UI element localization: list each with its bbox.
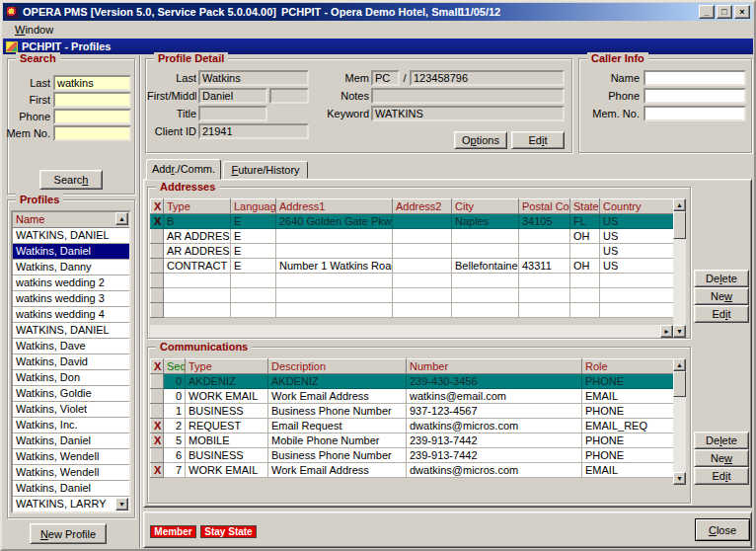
caller-phone-input[interactable] [643, 88, 746, 104]
cell-x [151, 274, 164, 288]
list-item[interactable]: Watkins, David [13, 354, 129, 370]
addresses-vscroll-thumb[interactable] [673, 211, 686, 239]
list-item[interactable]: watkins wedding 3 [13, 291, 129, 307]
scroll-down-icon[interactable]: ▼ [115, 498, 128, 511]
scroll-down-icon[interactable]: ▼ [673, 472, 686, 485]
member-lamp-button[interactable]: Member [150, 525, 196, 538]
tab-future-history[interactable]: Future/History [223, 161, 308, 179]
list-item[interactable]: Watkins, Wendell [13, 449, 129, 465]
table-header-row: XTypeLanguageAddress1Address2CityPostal … [151, 199, 674, 214]
new-profile-button[interactable]: New Profile [30, 523, 107, 544]
list-item[interactable]: watkins wedding 2 [13, 276, 129, 291]
list-item[interactable]: WATKINS, DANIEL [13, 228, 129, 244]
form-title: PCHPIT - Profiles [22, 40, 111, 52]
mem-type-field[interactable] [371, 70, 400, 86]
scroll-up-icon[interactable]: ▲ [673, 358, 686, 371]
address-new-button[interactable]: New [694, 287, 749, 305]
table-row[interactable]: CONTRACTENumber 1 Watkins RoadBellefonta… [151, 259, 674, 274]
cell-seq: 1 [164, 404, 186, 419]
search-first-input[interactable] [53, 92, 131, 108]
table-row[interactable]: 0AKDENIZAKDENIZ239-430-3456PHONE [151, 374, 674, 389]
cell-x: X [151, 463, 164, 478]
middle-name-field[interactable] [269, 88, 309, 104]
list-item[interactable]: Watkins, Violet [13, 402, 129, 418]
tab-addr-comm[interactable]: Addr./Comm. [146, 159, 221, 180]
table-row[interactable]: AR ADDRESSEUS [151, 244, 674, 259]
search-phone-input[interactable] [53, 109, 131, 124]
address-edit-button[interactable]: Edit [694, 305, 749, 323]
cell-address2 [393, 214, 452, 229]
client-id-field[interactable] [198, 123, 309, 139]
scroll-down-icon[interactable]: ▼ [673, 325, 686, 338]
table-row[interactable]: X5MOBILEMobile Phone Number239-913-7442P… [151, 433, 674, 448]
cell-type: AR ADDRESS [164, 244, 231, 259]
cell-language [231, 303, 276, 318]
close-window-icon[interactable]: × [734, 5, 750, 19]
table-row[interactable]: AR ADDRESSEOHUS [151, 229, 674, 244]
communications-vscroll-thumb[interactable] [673, 371, 686, 397]
list-item[interactable]: Watkins, Inc. [13, 418, 129, 433]
column-header-description: Description [268, 359, 407, 374]
maximize-icon[interactable]: □ [717, 5, 732, 19]
mem-no-field[interactable] [410, 70, 565, 86]
table-row[interactable]: 1BUSINESSBusiness Phone Number937-123-45… [151, 404, 674, 419]
cell-x: X [151, 419, 164, 433]
cell-type: BUSINESS [186, 404, 268, 419]
title-field[interactable] [198, 106, 267, 121]
communication-edit-button[interactable]: Edit [694, 467, 749, 485]
notes-field[interactable] [371, 88, 565, 104]
list-item[interactable]: Watkins, Don [13, 370, 129, 386]
cell-address2 [393, 244, 452, 259]
scroll-up-icon[interactable]: ▲ [673, 198, 686, 211]
list-item[interactable]: Watkins, Goldie [13, 386, 129, 402]
caller-memno-input[interactable] [643, 106, 746, 121]
list-item[interactable]: Watkins, Daniel [13, 244, 129, 260]
address-delete-button[interactable]: Delete [694, 270, 749, 287]
edit-profile-button[interactable]: Edit [511, 131, 565, 149]
first-name-field[interactable] [198, 88, 267, 104]
scroll-right-icon[interactable]: ► [660, 325, 673, 338]
cell-type [164, 303, 231, 318]
cell-language: E [231, 229, 276, 244]
notes-label: Notes [308, 89, 369, 104]
list-item[interactable]: Watkins, Dave [13, 339, 129, 354]
search-button[interactable]: Search [39, 170, 103, 190]
table-row[interactable]: X7WORK EMAILWork Email Addressdwatkins@m… [151, 463, 674, 478]
cell-language: E [231, 214, 276, 229]
cell-postal_code [519, 303, 570, 318]
addresses-hscrollbar[interactable] [150, 325, 673, 338]
stay-state-lamp-button[interactable]: Stay State [200, 525, 257, 538]
cell-number: dwatkins@micros.com [407, 463, 582, 478]
communication-delete-button[interactable]: Delete [694, 432, 749, 449]
list-item[interactable]: watkins wedding 4 [13, 307, 129, 323]
list-item[interactable]: Watkins, Daniel [13, 433, 129, 449]
caller-name-input[interactable] [643, 70, 746, 86]
minimize-icon[interactable]: _ [699, 5, 715, 19]
empty-row [151, 274, 674, 288]
menu-window[interactable]: Window [9, 23, 59, 37]
search-last-input[interactable] [53, 75, 131, 91]
scroll-up-icon[interactable]: ▲ [115, 212, 128, 225]
communication-new-button[interactable]: New [694, 449, 749, 467]
search-memno-input[interactable] [53, 125, 131, 141]
table-row[interactable]: XBE2640 Golden Gate Pkwy Ste 2Naples3410… [151, 214, 674, 229]
list-item[interactable]: Watkins, Daniel [13, 481, 129, 497]
profiles-name-column-header: Name [13, 212, 129, 228]
cell-x: X [151, 433, 164, 448]
last-name-field[interactable] [198, 70, 309, 86]
cell-number: watkins@email.com [407, 389, 582, 404]
list-item[interactable]: WATKINS, DANIEL [13, 323, 129, 339]
cell-city: Bellefontaine [452, 259, 519, 274]
table-row[interactable]: X2REQUESTEmail Requestdwatkins@micros.co… [151, 419, 674, 433]
table-row[interactable]: 6BUSINESSBusiness Phone Number239-913-74… [151, 448, 674, 463]
list-item[interactable]: Watkins, Danny [13, 260, 129, 276]
list-item[interactable]: Watkins, Wendell [13, 465, 129, 481]
table-row[interactable]: 0WORK EMAILWork Email Addresswatkins@ema… [151, 389, 674, 404]
list-item[interactable]: WATKINS, LARRY [13, 497, 129, 512]
keyword-field[interactable] [371, 106, 565, 121]
cell-role: PHONE [582, 374, 674, 389]
options-button[interactable]: Options [454, 131, 507, 149]
cell-x [151, 229, 164, 244]
close-button[interactable]: Close [695, 518, 750, 541]
cell-x [151, 448, 164, 463]
